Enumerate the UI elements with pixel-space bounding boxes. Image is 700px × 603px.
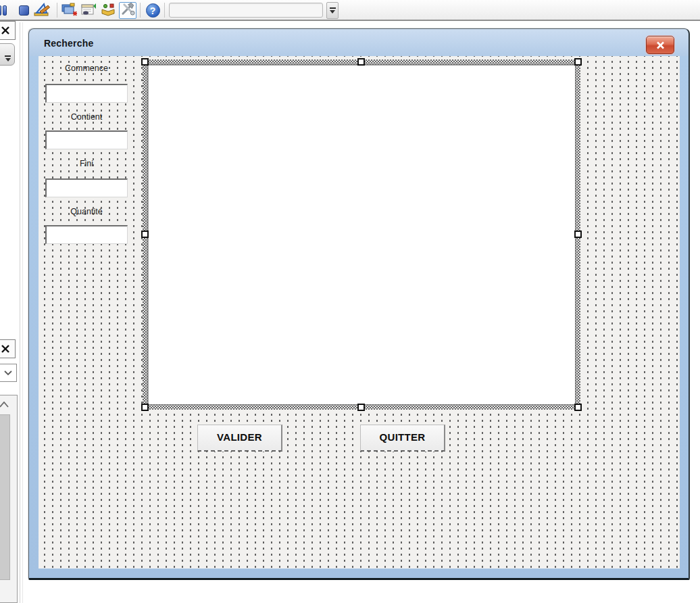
toolbox-button[interactable] xyxy=(119,2,136,19)
properties-window-icon xyxy=(80,2,97,20)
design-mode-button[interactable] xyxy=(34,2,51,19)
results-listbox-selected[interactable] xyxy=(143,59,580,410)
properties-scrollbar[interactable] xyxy=(0,395,18,603)
object-browser-icon xyxy=(100,2,117,20)
toolbar-options-icon xyxy=(330,7,336,14)
scrollbar-thumb[interactable] xyxy=(0,414,10,580)
properties-object-dropdown[interactable] xyxy=(0,364,17,382)
textbox-commence[interactable] xyxy=(45,84,128,103)
project-explorer-icon xyxy=(61,2,78,20)
object-browser-button[interactable] xyxy=(99,2,117,19)
textbox-fini[interactable] xyxy=(45,178,128,197)
selection-handle[interactable] xyxy=(574,404,582,411)
userform-window: Recherche Commence Contient Fini Quantit… xyxy=(28,28,690,580)
project-explorer-close-button[interactable] xyxy=(0,21,16,40)
valider-button[interactable]: VALIDER xyxy=(197,425,282,452)
textbox-quantite[interactable] xyxy=(45,225,128,244)
results-listbox[interactable] xyxy=(147,64,576,405)
selection-handle[interactable] xyxy=(574,231,582,238)
toolbar-separator xyxy=(140,3,141,18)
toolbar-separator xyxy=(164,3,165,18)
close-icon xyxy=(655,41,666,49)
selection-handle[interactable] xyxy=(141,404,149,411)
toolbar-options-icon xyxy=(5,55,11,62)
selection-handle[interactable] xyxy=(357,58,365,66)
help-button[interactable]: ? xyxy=(144,2,161,19)
userform-canvas[interactable]: Commence Contient Fini Quantité VALIDER … xyxy=(39,56,680,569)
chevron-up-icon[interactable] xyxy=(0,398,9,410)
help-icon: ? xyxy=(146,3,160,18)
label-commence: Commence xyxy=(45,64,128,73)
toolbar-separator xyxy=(57,3,57,18)
toolbar-options-button[interactable] xyxy=(326,2,339,19)
pause-icon[interactable] xyxy=(3,5,7,16)
close-icon xyxy=(1,26,10,35)
pause-icon[interactable] xyxy=(0,5,1,16)
dock-divider xyxy=(20,22,20,603)
properties-window-close-button[interactable] xyxy=(0,339,16,358)
toolbox-icon xyxy=(121,2,135,19)
vbe-designer-screen: { "toolbar": { "help_glyph": "?", "butto… xyxy=(0,0,700,603)
textbox-contient[interactable] xyxy=(45,130,128,149)
standard-toolbar: ? xyxy=(0,0,700,21)
project-explorer-button[interactable] xyxy=(60,2,78,19)
quitter-button[interactable]: QUITTER xyxy=(360,425,445,452)
design-mode-icon xyxy=(34,2,51,20)
close-button[interactable] xyxy=(646,36,674,54)
chevron-down-icon xyxy=(4,370,12,376)
selection-handle[interactable] xyxy=(357,404,365,411)
selection-handle[interactable] xyxy=(141,58,149,66)
empty-toolbar-dock xyxy=(169,3,323,18)
label-contient: Contient xyxy=(45,112,128,122)
selection-handle[interactable] xyxy=(574,58,582,66)
userform-title: Recherche xyxy=(29,29,689,56)
dock-divider xyxy=(22,22,23,603)
selection-handle[interactable] xyxy=(141,231,149,238)
properties-window-button[interactable] xyxy=(80,2,97,19)
project-explorer-options-button[interactable] xyxy=(0,43,15,66)
label-quantite: Quantité xyxy=(45,207,128,216)
label-fini: Fini xyxy=(45,159,128,168)
stop-icon[interactable] xyxy=(19,5,29,16)
close-icon xyxy=(1,344,10,354)
